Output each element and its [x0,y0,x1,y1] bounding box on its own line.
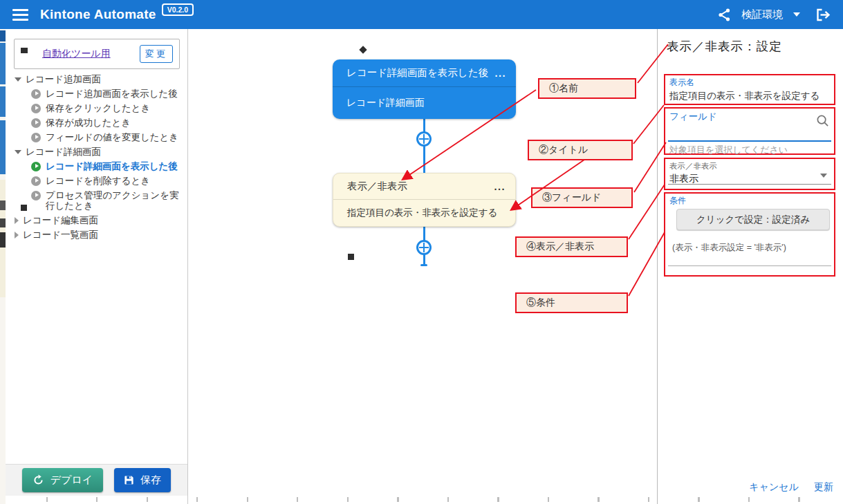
action-node-title: 表示／非表示 [347,180,407,193]
panel-title: 表示／非表示：設定 [667,38,782,55]
condition-underline [668,265,831,266]
visibility-underline [668,184,831,185]
action-node-subtitle: 指定項目の表示・非表示を設定する [333,200,515,226]
change-app-button[interactable]: 変更 [140,45,173,63]
callout-name: ①名前 [538,78,636,99]
condition-set-button[interactable]: クリックで設定：設定済み [676,209,830,230]
cancel-button[interactable]: キャンセル [749,481,799,494]
event-tree: レコード追加画面 レコード追加画面を表示した後 保存をクリックしたとき 保存が成… [6,72,187,242]
condition-group: 条件 クリックで設定：設定済み (表示・非表示設定 = '非表示') [664,192,835,277]
callout-field: ③フィールド [531,187,633,208]
event-play-icon [31,133,41,142]
save-button[interactable]: 保存 [114,468,171,492]
trigger-node-title: レコード詳細画面を表示した後 [346,66,488,80]
add-step-button[interactable] [416,240,432,255]
add-step-button[interactable] [416,131,432,147]
node-menu-icon[interactable]: ... [494,71,506,76]
page-minimap [0,29,6,504]
deploy-button[interactable]: デプロイ [22,468,103,492]
display-name-field-group: 表示名 指定項目の表示・非表示を設定する [664,74,835,105]
tree-item-detail-delete[interactable]: レコードを削除するとき [6,174,187,188]
header-left: Kintone Automate V0.2.0 [12,7,194,22]
tree-item-detail-process-action[interactable]: プロセス管理のアクションを実行したとき [6,188,187,213]
flow-connector-end [420,264,427,266]
condition-summary: (表示・非表示設定 = '非表示') [672,242,830,254]
header-right: 検証環境 [718,8,831,21]
display-name-label: 表示名 [669,77,830,88]
visibility-select-group[interactable]: 表示／非表示 非表示 [664,158,835,190]
sidebar-footer: デプロイ 保存 [6,464,187,496]
sync-icon [33,474,44,486]
app-card: 自動化ツール用 変更 [14,39,180,69]
field-label: フィールド [669,111,830,122]
sidebar: 自動化ツール用 変更 レコード追加画面 レコード追加画面を表示した後 保存をクリ… [6,29,188,504]
field-input-underline[interactable] [668,140,831,142]
field-placeholder: 対象項目を選択してください [669,144,788,156]
tree-group-record-detail[interactable]: レコード詳細画面 [6,144,187,159]
search-icon[interactable] [816,114,829,130]
tree-item-detail-after-show[interactable]: レコード詳細画面を表示した後 [6,159,187,174]
tree-group-record-edit[interactable]: レコード編集画面 [6,213,187,227]
expand-icon [15,217,19,224]
event-play-icon-active [31,162,41,171]
flow-canvas[interactable]: レコード詳細画面を表示した後 ... レコード詳細画面 表示／非表示 ... 指… [188,29,657,504]
tree-item-add-save-success[interactable]: 保存が成功したとき [6,115,187,130]
environment-selector[interactable]: 検証環境 [741,8,783,21]
app-header: Kintone Automate V0.2.0 検証環境 [0,0,843,29]
condition-label: 条件 [669,196,830,206]
visibility-label: 表示／非表示 [669,161,830,171]
environment-caret-icon[interactable] [793,12,800,17]
trigger-node-header: レコード詳細画面を表示した後 ... [333,59,516,87]
event-play-icon [31,191,41,200]
collapse-icon [15,150,21,154]
app-title: Kintone Automate [40,7,156,22]
tree-item-add-save-click[interactable]: 保存をクリックしたとき [6,101,187,115]
event-play-icon [31,176,41,186]
collapse-icon [15,77,21,82]
event-play-icon [31,118,41,128]
field-select-group: フィールド 対象項目を選択してください [664,107,835,155]
event-play-icon [31,104,41,113]
tree-group-record-list[interactable]: レコード一覧画面 [6,227,187,242]
update-button[interactable]: 更新 [814,481,833,494]
event-play-icon [31,89,41,99]
trigger-node[interactable]: レコード詳細画面を表示した後 ... レコード詳細画面 [333,59,516,119]
node-menu-icon[interactable]: ... [494,184,506,189]
dropdown-caret-icon[interactable] [820,174,827,178]
kintone-automate-app: Kintone Automate V0.2.0 検証環境 [0,0,843,504]
tree-item-add-after-show[interactable]: レコード追加画面を表示した後 [6,86,187,101]
panel-actions: キャンセル 更新 [749,481,833,494]
logout-icon[interactable] [816,8,831,21]
app-icon [21,46,36,62]
trigger-node-subtitle: レコード詳細画面 [333,87,516,119]
app-link[interactable]: 自動化ツール用 [42,48,133,60]
display-name-value[interactable]: 指定項目の表示・非表示を設定する [669,90,830,102]
callout-visibility: ④表示／非表示 [515,236,628,257]
callout-title: ②タイトル [528,140,633,160]
tree-item-add-field-change[interactable]: フィールドの値を変更したとき [6,130,187,144]
hamburger-menu-icon[interactable] [12,9,28,21]
floppy-disk-icon [124,475,134,485]
action-node-header: 表示／非表示 ... [333,174,515,200]
action-node[interactable]: 表示／非表示 ... 指定項目の表示・非表示を設定する [333,173,516,227]
share-icon[interactable] [718,8,731,21]
callout-condition: ⑤条件 [515,292,628,313]
settings-panel: 表示／非表示：設定 表示名 指定項目の表示・非表示を設定する フィールド 対象項… [657,29,843,504]
expand-icon [15,232,19,239]
tree-group-record-add[interactable]: レコード追加画面 [6,72,187,86]
version-badge: V0.2.0 [162,3,194,16]
